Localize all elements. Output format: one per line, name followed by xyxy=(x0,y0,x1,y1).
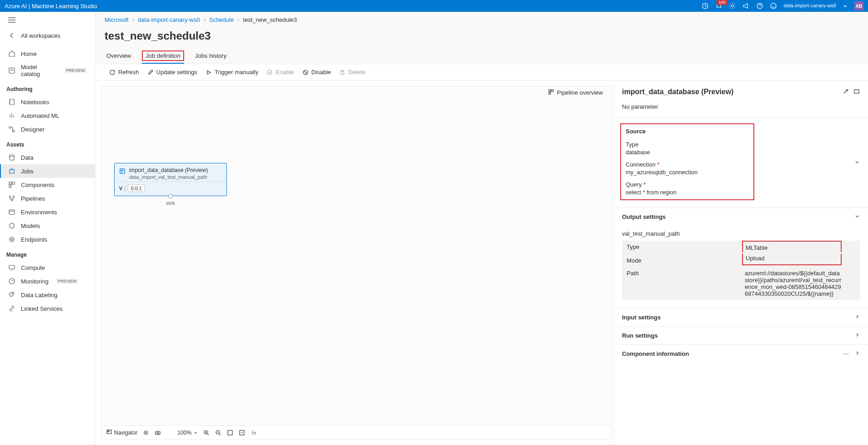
sidebar-item-datalabeling[interactable]: Data Labeling xyxy=(0,288,95,302)
target-button[interactable] xyxy=(143,430,149,436)
arrow-left-icon xyxy=(8,32,15,39)
pipeline-overview-label: Pipeline overview xyxy=(557,89,603,96)
output-settings-section: Output settings val_test_manual_path Typ… xyxy=(614,207,868,300)
automl-icon xyxy=(8,112,15,119)
sidebar-item-model-catalog[interactable]: Model catalog PREVIEW xyxy=(0,61,95,81)
layout: All workspaces Home Model catalog PREVIE… xyxy=(0,12,868,445)
component-info-section[interactable]: Component information ⋯ xyxy=(614,344,868,363)
tab-jobs-history[interactable]: Jobs history xyxy=(193,49,228,64)
sidebar-label: Data xyxy=(21,154,33,161)
zoom-out-button[interactable] xyxy=(215,430,221,436)
sidebar-label: Linked Services xyxy=(21,305,63,312)
sidebar-all-workspaces[interactable]: All workspaces xyxy=(0,29,95,42)
screenshot-button[interactable] xyxy=(155,430,161,436)
sidebar-label: Model catalog xyxy=(21,64,57,77)
pipeline-node[interactable]: import_data_database (Preview) data_impo… xyxy=(114,163,227,196)
gear-icon[interactable] xyxy=(729,2,736,10)
version-value: 0.0.1 xyxy=(128,185,145,192)
sidebar-item-automl[interactable]: Automated ML xyxy=(0,109,95,122)
catalog-icon xyxy=(8,67,15,74)
actual-size-button[interactable] xyxy=(239,430,245,436)
svg-point-21 xyxy=(267,70,272,75)
chevron-right-icon: › xyxy=(237,16,239,23)
fit-screen-button[interactable] xyxy=(227,430,233,436)
chevron-down-icon[interactable] xyxy=(843,3,848,9)
sidebar-item-designer[interactable]: Designer xyxy=(0,122,95,136)
svg-point-3 xyxy=(771,3,776,9)
workspace-selector[interactable]: data-import-canary-ws0 xyxy=(783,3,836,9)
panel-title: import_data_database (Preview) xyxy=(622,88,733,96)
sidebar-section-assets: Assets xyxy=(0,136,95,151)
output-section-header[interactable]: Output settings xyxy=(614,208,868,226)
clock-icon[interactable] xyxy=(702,2,709,10)
canvas[interactable]: Pipeline overview import_data_database (… xyxy=(101,86,612,440)
sidebar-item-compute[interactable]: Compute xyxy=(0,261,95,274)
port-label: sink xyxy=(166,200,175,206)
chevron-right-icon xyxy=(854,350,860,357)
svg-point-29 xyxy=(144,431,148,435)
notebook-icon xyxy=(8,98,15,106)
sidebar-item-endpoints[interactable]: Endpoints xyxy=(0,233,95,246)
output-port[interactable] xyxy=(168,194,173,198)
sidebar-label: All workspaces xyxy=(21,32,60,39)
output-mode-val: Upload xyxy=(746,255,764,262)
trash-icon xyxy=(339,69,346,76)
disable-button[interactable]: Disable xyxy=(302,69,331,76)
tab-job-definition[interactable]: Job definition xyxy=(142,49,184,64)
source-section-header[interactable]: Source Type database Connection * my_azu… xyxy=(614,118,868,207)
more-icon[interactable]: ⋯ xyxy=(843,350,849,357)
sidebar-item-linkedservices[interactable]: Linked Services xyxy=(0,302,95,315)
node-title: import_data_database (Preview) xyxy=(129,167,208,174)
app-title: Azure AI | Machine Learning Studio xyxy=(5,3,97,10)
sidebar-section-manage: Manage xyxy=(0,246,95,261)
breadcrumb-link[interactable]: Schedule xyxy=(209,16,234,23)
workspace-name: data-import-canary-ws0 xyxy=(783,3,836,9)
sidebar-item-home[interactable]: Home xyxy=(0,47,95,61)
pipeline-overview-button[interactable]: Pipeline overview xyxy=(545,86,606,99)
sidebar-item-models[interactable]: Models xyxy=(0,219,95,233)
toolbar-label: Update settings xyxy=(156,69,197,76)
navigator-toggle[interactable]: Navigator xyxy=(106,429,137,436)
help-icon[interactable] xyxy=(756,2,763,10)
sidebar-item-pipelines[interactable]: Pipelines xyxy=(0,192,95,205)
breadcrumb-link[interactable]: data-import-canary-ws0 xyxy=(138,16,200,23)
run-settings-section[interactable]: Run settings xyxy=(614,326,868,344)
edit-icon xyxy=(147,69,154,76)
check-circle-icon xyxy=(266,69,273,76)
header-actions: 100 data-import-canary-ws0 AB xyxy=(702,1,863,10)
megaphone-icon[interactable] xyxy=(743,2,750,10)
expand-diagonal-icon[interactable] xyxy=(843,88,849,96)
chevron-right-icon xyxy=(854,332,860,339)
sidebar-item-jobs[interactable]: Jobs xyxy=(0,164,95,178)
notifications-icon[interactable]: 100 xyxy=(715,2,722,10)
designer-icon xyxy=(8,126,15,133)
maximize-icon[interactable] xyxy=(853,88,860,96)
zoom-in-button[interactable] xyxy=(203,430,210,436)
sidebar-item-components[interactable]: Components xyxy=(0,178,95,192)
zoom-level[interactable]: 100% xyxy=(177,430,198,436)
sidebar-label: Models xyxy=(21,222,40,229)
svg-rect-24 xyxy=(552,90,553,91)
svg-point-30 xyxy=(146,432,146,433)
svg-point-17 xyxy=(10,237,14,242)
input-section-title: Input settings xyxy=(622,314,661,321)
version-badge: V xyxy=(119,186,122,191)
sidebar-item-monitoring[interactable]: Monitoring PREVIEW xyxy=(0,274,95,288)
notification-badge: 100 xyxy=(717,0,727,5)
breadcrumb-link[interactable]: Microsoft xyxy=(105,16,129,23)
svg-rect-11 xyxy=(9,185,11,187)
input-settings-section[interactable]: Input settings xyxy=(614,308,868,326)
hamburger-button[interactable] xyxy=(0,15,95,29)
update-settings-button[interactable]: Update settings xyxy=(147,69,197,76)
monitoring-icon xyxy=(8,278,15,285)
smile-icon[interactable] xyxy=(770,2,777,10)
refresh-button[interactable]: Refresh xyxy=(109,69,139,76)
avatar[interactable]: AB xyxy=(854,1,863,10)
autolayout-button[interactable] xyxy=(251,430,257,436)
trigger-button[interactable]: Trigger manually xyxy=(206,69,258,76)
sidebar-item-environments[interactable]: Environments xyxy=(0,205,95,219)
sidebar-item-data[interactable]: Data xyxy=(0,151,95,164)
database-icon xyxy=(119,168,125,176)
sidebar-item-notebooks[interactable]: Notebooks xyxy=(0,95,95,109)
tab-overview[interactable]: Overview xyxy=(105,49,133,64)
